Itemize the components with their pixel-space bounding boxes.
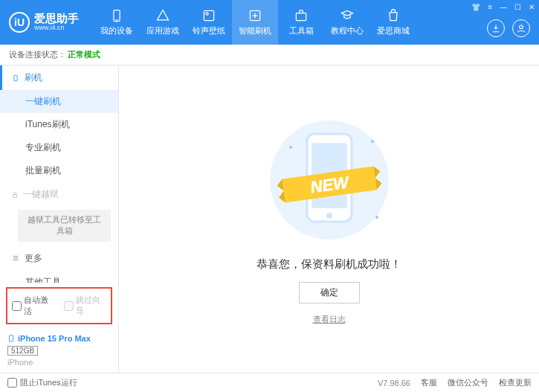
device-name-text: iPhone 15 Pro Max — [18, 334, 91, 343]
nav-store[interactable]: 爱思商城 — [370, 0, 416, 45]
block-itunes-checkbox[interactable]: 阻止iTunes运行 — [7, 377, 77, 388]
checkbox-label: 跳过向导 — [76, 295, 107, 317]
view-log-link[interactable]: 查看日志 — [313, 314, 346, 325]
checkbox-label: 阻止iTunes运行 — [20, 377, 77, 388]
lock-icon — [11, 191, 19, 199]
auto-activate-checkbox[interactable]: 自动激活 — [12, 295, 55, 317]
svg-rect-12 — [10, 335, 13, 341]
sidebar-item-itunes-flash[interactable]: iTunes刷机 — [0, 113, 118, 136]
sidebar-item-oneclick-flash[interactable]: 一键刷机 — [0, 90, 118, 113]
app-header: iU 爱思助手 www.i4.cn 我的设备 应用游戏 铃声壁纸 智能刷机 工具… — [0, 0, 539, 45]
footer-update[interactable]: 检查更新 — [499, 377, 532, 388]
version-label: V7.98.66 — [378, 379, 410, 388]
svg-point-6 — [520, 25, 523, 29]
svg-rect-2 — [204, 10, 213, 20]
phone-icon — [11, 74, 20, 82]
nav-tutorials[interactable]: 教程中心 — [324, 0, 370, 45]
svg-rect-5 — [296, 13, 306, 21]
sidebar: 刷机 一键刷机 iTunes刷机 专业刷机 批量刷机 一键越狱 越狱工具已转移至… — [0, 65, 119, 373]
tutorial-icon — [340, 8, 355, 23]
nav-label: 工具箱 — [289, 25, 314, 36]
download-button[interactable] — [487, 19, 505, 37]
window-controls: 👕 ≡ — ☐ ✕ — [471, 3, 535, 11]
store-icon — [386, 8, 401, 23]
sidebar-item-pro-flash[interactable]: 专业刷机 — [0, 136, 118, 159]
status-value: 正常模式 — [68, 49, 100, 60]
svg-point-23 — [289, 146, 292, 149]
wallpaper-icon — [201, 8, 216, 23]
nav-apps[interactable]: 应用游戏 — [140, 0, 186, 45]
app-logo: iU 爱思助手 www.i4.cn — [9, 12, 79, 33]
logo-subtitle: www.i4.cn — [34, 25, 79, 32]
phone-icon — [7, 333, 15, 344]
nav-label: 我的设备 — [100, 25, 133, 36]
footer: 阻止iTunes运行 V7.98.66 客服 微信公众号 检查更新 — [0, 373, 539, 392]
storage-badge: 512GB — [7, 346, 38, 356]
device-name[interactable]: iPhone 15 Pro Max — [7, 333, 111, 344]
status-bar: 设备连接状态： 正常模式 — [0, 45, 539, 65]
nav-label: 铃声壁纸 — [193, 25, 225, 36]
menu-icon[interactable]: ≡ — [488, 3, 492, 11]
sidebar-item-other-tools[interactable]: 其他工具 — [0, 271, 118, 283]
footer-wechat[interactable]: 微信公众号 — [448, 377, 488, 388]
svg-rect-8 — [13, 194, 17, 197]
sidebar-group-more[interactable]: 更多 — [0, 246, 118, 271]
nav-label: 爱思商城 — [377, 25, 410, 36]
flash-icon — [248, 8, 262, 23]
nav-flash[interactable]: 智能刷机 — [232, 0, 278, 45]
device-icon — [109, 8, 124, 23]
nav-label: 应用游戏 — [146, 25, 179, 36]
nav-label: 智能刷机 — [239, 25, 271, 36]
checkbox-label: 自动激活 — [24, 295, 55, 317]
nav-label: 教程中心 — [331, 25, 364, 36]
apps-icon — [155, 8, 170, 23]
main-content: NEW 恭喜您，保资料刷机成功啦！ 确定 查看日志 — [119, 65, 539, 373]
skip-guide-checkbox[interactable]: 跳过向导 — [64, 295, 107, 317]
sidebar-group-label: 一键越狱 — [23, 188, 59, 201]
status-label: 设备连接状态： — [9, 49, 66, 60]
logo-title: 爱思助手 — [34, 13, 79, 25]
svg-point-25 — [375, 216, 378, 219]
nav-ringtones[interactable]: 铃声壁纸 — [186, 0, 232, 45]
footer-kefu[interactable]: 客服 — [421, 377, 437, 388]
toolbox-icon — [294, 8, 309, 23]
nav-my-device[interactable]: 我的设备 — [94, 0, 140, 45]
skin-icon[interactable]: 👕 — [471, 3, 480, 11]
sidebar-group-label: 更多 — [25, 252, 42, 265]
close-icon[interactable]: ✕ — [529, 3, 535, 11]
sidebar-item-batch-flash[interactable]: 批量刷机 — [0, 159, 118, 182]
user-button[interactable] — [512, 19, 530, 37]
minimize-icon[interactable]: — — [500, 3, 507, 11]
svg-rect-7 — [14, 75, 17, 81]
svg-point-16 — [326, 213, 332, 219]
success-message: 恭喜您，保资料刷机成功啦！ — [256, 257, 401, 271]
svg-point-24 — [371, 140, 374, 143]
top-nav: 我的设备 应用游戏 铃声壁纸 智能刷机 工具箱 教程中心 爱思商城 — [94, 0, 416, 45]
sidebar-options-highlight: 自动激活 跳过向导 — [6, 287, 112, 324]
device-type: iPhone — [7, 358, 111, 367]
maximize-icon[interactable]: ☐ — [514, 3, 521, 11]
device-info: iPhone 15 Pro Max 512GB iPhone — [0, 329, 118, 373]
sidebar-group-label: 刷机 — [25, 71, 42, 84]
success-illustration: NEW — [255, 113, 404, 247]
jailbreak-note: 越狱工具已转移至工具箱 — [18, 210, 111, 242]
nav-toolbox[interactable]: 工具箱 — [278, 0, 324, 45]
logo-mark: iU — [9, 12, 30, 33]
list-icon — [11, 254, 20, 262]
sidebar-group-flash[interactable]: 刷机 — [0, 65, 118, 90]
svg-point-3 — [206, 13, 208, 15]
ok-button[interactable]: 确定 — [299, 282, 360, 303]
sidebar-group-jailbreak: 一键越狱 — [0, 182, 118, 207]
